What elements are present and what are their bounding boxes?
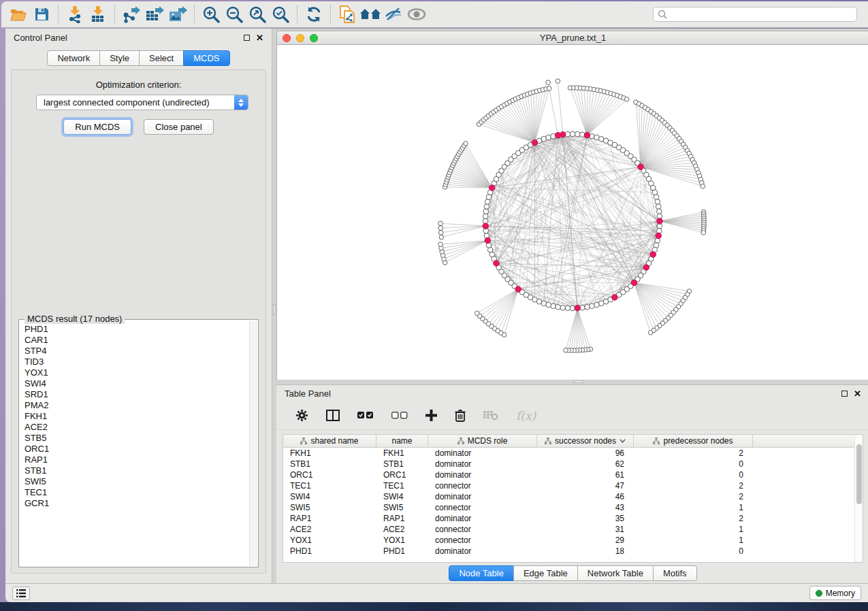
export-network-icon[interactable] <box>120 4 143 24</box>
import-network-icon[interactable] <box>63 4 86 24</box>
open-folder-icon[interactable] <box>7 4 30 24</box>
column-header-MCDS-role[interactable]: MCDS role <box>428 435 537 447</box>
mcds-hub-node[interactable] <box>612 295 617 300</box>
table-row[interactable]: SWI5SWI5connector431 <box>283 502 863 513</box>
mcds-result-item[interactable]: TID3 <box>25 357 249 367</box>
table-scrollbar-thumb[interactable] <box>856 444 862 504</box>
zoom-fit-icon[interactable] <box>246 4 269 24</box>
mcds-hub-node[interactable] <box>483 223 488 229</box>
mcds-result-item[interactable]: SWI5 <box>25 476 249 487</box>
mcds-hub-node[interactable] <box>494 261 499 266</box>
table-scrollbar[interactable] <box>854 435 863 562</box>
mcds-hub-node[interactable] <box>631 280 637 285</box>
horizontal-splitter[interactable] <box>276 380 868 384</box>
table-row[interactable]: ACE2ACE2connector311 <box>283 524 863 535</box>
zoom-out-icon[interactable] <box>223 4 246 24</box>
tab-style[interactable]: Style <box>99 50 140 66</box>
mcds-result-item[interactable]: ACE2 <box>25 422 249 433</box>
tab-motifs[interactable]: Motifs <box>653 565 697 581</box>
mcds-result-item[interactable]: PMA2 <box>25 400 249 411</box>
mcds-hub-node[interactable] <box>485 237 490 243</box>
column-header-name[interactable]: name <box>376 435 428 447</box>
mcds-hub-node[interactable] <box>638 164 643 169</box>
float-panel-icon[interactable] <box>244 35 250 41</box>
table-row[interactable]: STB1STB1dominator620 <box>283 459 863 469</box>
mcds-result-item[interactable]: FKH1 <box>25 411 249 422</box>
zoom-in-icon[interactable] <box>199 4 223 24</box>
run-mcds-button[interactable]: Run MCDS <box>63 119 131 135</box>
mcds-result-item[interactable]: STB1 <box>25 465 249 476</box>
mcds-result-item[interactable]: SRD1 <box>25 389 249 400</box>
tab-network-table[interactable]: Network Table <box>577 565 654 581</box>
mcds-result-item[interactable]: STB5 <box>25 433 249 444</box>
network-window-titlebar[interactable]: YPA_prune.txt_1 <box>276 31 868 45</box>
optimization-select[interactable]: largest connected component (undirected) <box>36 95 248 110</box>
mcds-result-item[interactable]: SWI4 <box>25 378 249 389</box>
mcds-hub-node[interactable] <box>657 218 662 224</box>
delete-table-icon[interactable] <box>483 410 498 420</box>
memory-button[interactable]: Memory <box>809 586 861 600</box>
mcds-hub-node[interactable] <box>532 139 537 145</box>
table-row[interactable]: RAP1RAP1dominator352 <box>283 513 863 524</box>
mcds-result-item[interactable]: YOX1 <box>25 367 249 378</box>
optimization-criterion-label: Optimization criterion: <box>12 80 266 90</box>
mcds-hub-node[interactable] <box>650 252 656 257</box>
close-panel-icon[interactable]: ✕ <box>854 391 861 397</box>
network-canvas[interactable] <box>276 45 868 380</box>
column-header-shared-name[interactable]: shared name <box>283 435 376 447</box>
mcds-result-item[interactable]: CAR1 <box>25 335 249 346</box>
column-header-successor-nodes[interactable]: successor nodes <box>537 435 634 447</box>
save-icon[interactable] <box>30 4 53 24</box>
table-row[interactable]: FKH1FKH1dominator962 <box>283 448 863 459</box>
mcds-hub-node[interactable] <box>643 265 649 270</box>
function-builder-icon[interactable]: f(x) <box>516 409 536 423</box>
tab-network[interactable]: Network <box>47 50 100 66</box>
export-image-icon[interactable] <box>166 4 189 24</box>
table-row[interactable]: YOX1YOX1connector291 <box>283 535 863 546</box>
show-all-icon[interactable] <box>405 4 428 24</box>
column-header-predecessor-nodes[interactable]: predecessor nodes <box>634 435 753 447</box>
zoom-selected-icon[interactable] <box>269 4 292 24</box>
mcds-result-item[interactable]: STP4 <box>25 346 249 357</box>
cell-predecessor-nodes: 0 <box>634 470 753 480</box>
mcds-hub-node[interactable] <box>584 133 590 138</box>
delete-column-trash-icon[interactable] <box>455 409 466 422</box>
table-row[interactable]: SWI4SWI4dominator462 <box>283 491 863 502</box>
import-table-icon[interactable] <box>86 4 110 24</box>
select-all-icon[interactable] <box>357 412 374 419</box>
task-history-button[interactable] <box>12 587 30 600</box>
mcds-hub-node[interactable] <box>656 233 661 238</box>
mcds-hub-node[interactable] <box>575 306 580 311</box>
deselect-all-icon[interactable] <box>391 412 408 419</box>
mcds-result-scrollbar[interactable] <box>249 320 257 566</box>
column-header-label: shared name <box>310 436 358 446</box>
mcds-hub-node[interactable] <box>560 132 565 137</box>
mcds-result-item[interactable]: TEC1 <box>25 487 249 498</box>
close-panel-icon[interactable]: ✕ <box>256 35 263 41</box>
mcds-result-item[interactable]: GCR1 <box>25 498 249 509</box>
mcds-result-item[interactable]: RAP1 <box>25 455 249 465</box>
close-panel-button[interactable]: Close panel <box>144 119 214 135</box>
tab-node-table[interactable]: Node Table <box>449 565 514 581</box>
float-panel-icon[interactable] <box>841 391 848 397</box>
tab-mcds[interactable]: MCDS <box>183 50 229 66</box>
mcds-hub-node[interactable] <box>489 185 495 191</box>
table-row[interactable]: TEC1TEC1connector472 <box>283 480 863 491</box>
add-column-icon[interactable] <box>425 410 437 421</box>
mcds-result-item[interactable]: ORC1 <box>25 444 249 455</box>
table-row[interactable]: PHD1PHD1dominator180 <box>283 546 863 557</box>
column-layout-icon[interactable] <box>326 410 340 421</box>
clone-network-icon[interactable] <box>336 4 359 24</box>
first-neighbors-icon[interactable] <box>359 4 382 24</box>
hide-selected-icon[interactable] <box>382 4 405 24</box>
table-settings-gear-icon[interactable] <box>295 409 308 422</box>
tab-edge-table[interactable]: Edge Table <box>513 565 578 581</box>
mcds-result-item[interactable]: PHD1 <box>25 324 249 335</box>
table-row[interactable]: ORC1ORC1dominator610 <box>283 469 863 480</box>
tab-select[interactable]: Select <box>139 50 184 66</box>
export-table-icon[interactable] <box>143 4 166 24</box>
mcds-hub-node[interactable] <box>515 286 521 292</box>
cell-predecessor-nodes: 1 <box>634 503 753 512</box>
search-input[interactable] <box>670 8 856 20</box>
refresh-icon[interactable] <box>302 4 325 24</box>
